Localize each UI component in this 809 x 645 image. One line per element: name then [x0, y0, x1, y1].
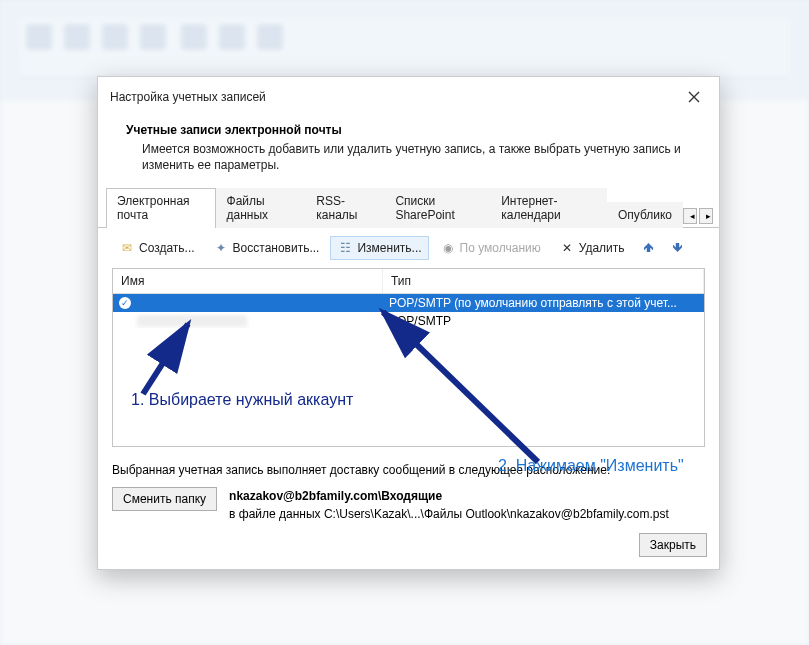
dialog-footer: Закрыть: [98, 523, 719, 569]
account-type: POP/SMTP (по умолчанию отправлять с этой…: [383, 295, 704, 311]
tab-scroll: ◂ ▸: [683, 208, 713, 227]
repair-button[interactable]: ✦ Восстановить...: [206, 236, 327, 260]
edit-button[interactable]: ☷ Изменить...: [330, 236, 428, 260]
delivery-path: nkazakov@b2bfamily.com\Входящие: [229, 487, 669, 505]
move-up-button[interactable]: 🡹: [636, 238, 661, 258]
delete-button[interactable]: ✕ Удалить: [552, 236, 632, 260]
edit-label: Изменить...: [357, 241, 421, 255]
tab-email[interactable]: Электронная почта: [106, 188, 216, 228]
default-check-icon: [119, 297, 131, 309]
set-default-button[interactable]: ◉ По умолчанию: [433, 236, 548, 260]
dialog-header: Учетные записи электронной почты Имеется…: [98, 117, 719, 187]
titlebar: Настройка учетных записей: [98, 77, 719, 117]
delivery-location: Выбранная учетная запись выполняет доста…: [98, 447, 719, 523]
edit-icon: ☷: [337, 240, 353, 256]
tab-sharepoint[interactable]: Списки SharePoint: [384, 188, 490, 228]
repair-label: Восстановить...: [233, 241, 320, 255]
arrow-up-icon: 🡹: [643, 242, 654, 254]
account-name: [137, 315, 247, 327]
tab-scroll-right[interactable]: ▸: [699, 208, 713, 224]
header-title: Учетные записи электронной почты: [126, 123, 691, 137]
list-header: Имя Тип: [113, 269, 704, 294]
account-settings-dialog: Настройка учетных записей Учетные записи…: [97, 76, 720, 570]
close-icon[interactable]: [679, 85, 709, 109]
col-type[interactable]: Тип: [383, 269, 704, 293]
col-name[interactable]: Имя: [113, 269, 383, 293]
move-down-button[interactable]: 🡻: [665, 238, 690, 258]
dialog-title: Настройка учетных записей: [110, 90, 266, 104]
accounts-list: Имя Тип POP/SMTP (по умолчанию отправлят…: [112, 268, 705, 447]
tab-rss[interactable]: RSS-каналы: [305, 188, 384, 228]
tab-internet-calendars[interactable]: Интернет-календари: [490, 188, 607, 228]
tab-scroll-left[interactable]: ◂: [683, 208, 697, 224]
delete-icon: ✕: [559, 240, 575, 256]
annotation-step1: 1. Выбираете нужный аккаунт: [131, 391, 353, 409]
tabs: Электронная почта Файлы данных RSS-канал…: [98, 187, 719, 228]
create-button[interactable]: ✉ Создать...: [112, 236, 202, 260]
header-subtitle: Имеется возможность добавить или удалить…: [126, 141, 691, 173]
default-icon: ◉: [440, 240, 456, 256]
close-button[interactable]: Закрыть: [639, 533, 707, 557]
account-type: POP/SMTP: [383, 313, 704, 329]
list-item[interactable]: POP/SMTP (по умолчанию отправлять с этой…: [113, 294, 704, 312]
new-icon: ✉: [119, 240, 135, 256]
delivery-file: в файле данных C:\Users\Kazak\...\Файлы …: [229, 505, 669, 523]
tab-data-files[interactable]: Файлы данных: [216, 188, 306, 228]
default-label: По умолчанию: [460, 241, 541, 255]
tab-published[interactable]: Опублико: [607, 202, 683, 228]
delivery-text: Выбранная учетная запись выполняет доста…: [112, 463, 705, 477]
repair-icon: ✦: [213, 240, 229, 256]
accounts-toolbar: ✉ Создать... ✦ Восстановить... ☷ Изменит…: [98, 228, 719, 260]
change-folder-button[interactable]: Сменить папку: [112, 487, 217, 511]
list-item[interactable]: POP/SMTP: [113, 312, 704, 330]
create-label: Создать...: [139, 241, 195, 255]
delete-label: Удалить: [579, 241, 625, 255]
arrow-down-icon: 🡻: [672, 242, 683, 254]
